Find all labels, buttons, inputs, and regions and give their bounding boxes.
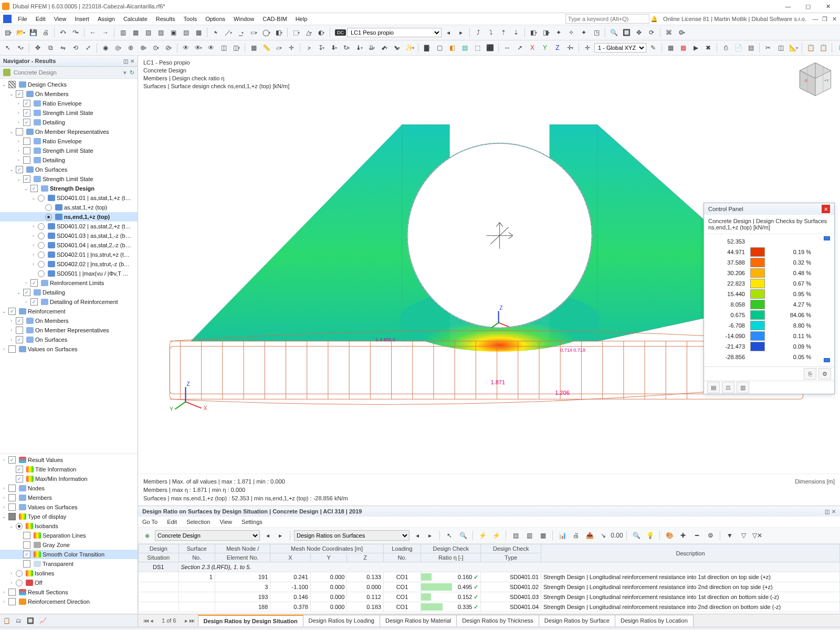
snap4-icon[interactable]: ⊗▾	[138, 42, 149, 54]
tree-ratio-envelope[interactable]: ›Ratio Envelope	[0, 99, 138, 108]
tree-strength-limit-m[interactable]: ›Strength Limit State	[0, 108, 138, 118]
tree-sd0501[interactable]: SD0501 | |max(vu / |Φv,T …	[0, 269, 138, 278]
bell-icon[interactable]: 🔔	[650, 15, 658, 23]
table-row[interactable]: 1930.1460.0000.112CO10.152 ✓SD0401.03Str…	[139, 592, 840, 602]
minimize-button[interactable]: —	[778, 0, 798, 13]
tabs-last-icon[interactable]: ⏭	[189, 617, 195, 624]
hinges-tool-icon[interactable]: ◐▾	[316, 27, 327, 38]
legend-range-slider[interactable]	[824, 236, 830, 362]
tree-on-member-reps[interactable]: ⌄On Member Representatives	[0, 127, 138, 136]
tree-root-designchecks[interactable]: ⌄Design Checks	[0, 80, 138, 89]
th-type[interactable]: Design Check	[481, 544, 541, 553]
scale-tool-icon[interactable]: ⤢	[82, 42, 94, 54]
panel-icon[interactable]: ▣	[167, 27, 179, 38]
units-icon[interactable]: 📏	[260, 42, 272, 54]
script-icon[interactable]: ⚙▾	[676, 27, 687, 38]
mesh-icon[interactable]: ▦	[665, 42, 676, 54]
tree-off[interactable]: ›Off	[0, 578, 138, 587]
gcs-icon[interactable]: ✛	[582, 42, 593, 54]
rp-find-icon[interactable]: 🔍	[631, 530, 642, 541]
tree-on-surfaces[interactable]: ⌄On Surfaces	[0, 165, 138, 174]
display-solid-icon[interactable]: ▇▾	[421, 42, 433, 54]
tree-type-display[interactable]: ⌄Type of display	[0, 512, 138, 521]
load-wizard-icon[interactable]: ✨▾	[404, 42, 415, 54]
menu-view[interactable]: View	[50, 15, 71, 23]
tree-detailing-surf[interactable]: ⌄Detailing	[0, 288, 138, 297]
supports-tool-icon[interactable]: △▾	[303, 27, 314, 38]
rp-menu-edit[interactable]: Edit	[167, 519, 177, 525]
menu-file[interactable]: File	[14, 15, 32, 23]
tree-reinf-members[interactable]: ›On Members	[0, 316, 138, 326]
tree-disp-members[interactable]: ›Members	[0, 493, 138, 502]
tree-sd0401-01[interactable]: ⌄SD0401.01 | as,stat,1,+z (t…	[0, 193, 138, 203]
visibility2-icon[interactable]: 👁▾	[193, 42, 204, 54]
lc-prev-icon[interactable]: ◂	[443, 27, 454, 38]
mirror-icon[interactable]: ⇋	[57, 42, 69, 54]
extend-icon[interactable]: ↗	[514, 42, 526, 54]
imposed-load-icon[interactable]: ⇊▾	[366, 42, 377, 54]
tree-seplines[interactable]: Separation Lines	[0, 531, 138, 540]
export-icon[interactable]: ⎙	[720, 42, 731, 54]
calc-icon[interactable]: ▶	[690, 42, 701, 54]
table-icon[interactable]: ▤	[745, 42, 757, 54]
info-icon[interactable]: ℹ▾	[835, 42, 840, 54]
tabs-prev-icon[interactable]: ◂	[150, 617, 153, 624]
tabs-next-icon[interactable]: ▸	[185, 617, 188, 624]
table-row[interactable]: 3-1.1000.0000.000CO10.495 ✓SD0401.02Stre…	[139, 582, 840, 592]
menu-assign[interactable]: Assign	[93, 15, 119, 23]
close-button[interactable]: ✕	[818, 0, 838, 13]
generate-tool-icon[interactable]: ⬚▾	[290, 27, 302, 38]
tree-disp-nodes[interactable]: ›Nodes	[0, 484, 138, 493]
refresh-icon[interactable]: ↻	[130, 69, 134, 76]
surfaces-tool-icon[interactable]: ▭▾	[248, 27, 259, 38]
results-tab[interactable]: Design Ratios by Design Situation	[198, 615, 303, 626]
rp-highlight-icon[interactable]: 🔍	[457, 530, 469, 541]
visibility3-icon[interactable]: 👁	[205, 42, 217, 54]
nav-results-icon[interactable]: ▨	[155, 27, 166, 38]
rp-next1-icon[interactable]: ▸	[275, 530, 286, 541]
pan-icon[interactable]: ✥	[633, 27, 645, 38]
select-add-icon[interactable]: ↖▾	[15, 42, 26, 54]
rotate-tool-icon[interactable]: ⟲	[70, 42, 81, 54]
rp-chart-icon[interactable]: 📊	[556, 530, 568, 541]
rp-export-icon[interactable]: 📤	[584, 530, 595, 541]
members-tool-icon[interactable]: ⎯▾	[235, 27, 247, 38]
ydir-icon[interactable]: Y	[539, 42, 551, 54]
tree-sd0401-01a[interactable]: as,stat,1,+z (top)	[0, 203, 138, 212]
snap2-icon[interactable]: ◎▾	[112, 42, 124, 54]
tree-isolines[interactable]: ›Isolines	[0, 569, 138, 578]
coord-system-selector[interactable]: 1 - Global XYZ	[594, 43, 646, 52]
legend-settings-button[interactable]: ⚙	[818, 368, 831, 380]
rp-value-icon[interactable]: 0.00	[611, 530, 623, 541]
tree-reinf-surfaces[interactable]: ›On Surfaces	[0, 335, 138, 344]
measure-icon[interactable]: 📐▾	[788, 42, 799, 54]
grid-icon[interactable]: ▦	[248, 42, 259, 54]
results-tab[interactable]: Design Ratios by Material	[380, 615, 457, 626]
maximize-button[interactable]: ▢	[798, 0, 818, 13]
yz-view-icon[interactable]: ✧	[565, 27, 577, 38]
loadcase-selector[interactable]: LC1 Peso propio	[347, 28, 442, 37]
select-icon[interactable]: ↖	[2, 42, 14, 54]
legend-copy-button[interactable]: ⎘	[804, 368, 816, 380]
tree-isobands[interactable]: ⌄Isobands	[0, 521, 138, 531]
tree-sd0401-01b[interactable]: ns,end,1,+z (top)	[0, 212, 138, 222]
copy-icon[interactable]: ⧉	[45, 42, 56, 54]
area-load-icon[interactable]: ⬇▾	[328, 42, 340, 54]
rp-clear-filter-icon[interactable]: ▽✕	[751, 530, 763, 541]
tree-strength-design[interactable]: ⌄Strength Design	[0, 184, 138, 193]
menu-tools[interactable]: Tools	[179, 15, 201, 23]
results-close-icon[interactable]: ✕	[832, 509, 836, 514]
deform-icon[interactable]: ⤴	[472, 27, 484, 38]
rp-plus-icon[interactable]: ✚	[677, 530, 689, 541]
th-meshnode[interactable]: Mesh Node /	[215, 544, 270, 553]
xdir-icon[interactable]: X	[527, 42, 538, 54]
python-icon[interactable]: ⌘	[663, 27, 675, 38]
tree-sls-surfaces[interactable]: ⌄Strength Limit State	[0, 174, 138, 184]
display-wire-icon[interactable]: ▢	[434, 42, 445, 54]
app-menu-icon[interactable]	[3, 15, 12, 23]
snap1-icon[interactable]: ◉	[100, 42, 111, 54]
menu-edit[interactable]: Edit	[32, 15, 50, 23]
tree-on-members[interactable]: ⌄On Members	[0, 89, 138, 99]
line-load-icon[interactable]: ↧▾	[316, 42, 327, 54]
th-meshgrp[interactable]: Mesh Node Coordinates [m]	[270, 544, 384, 553]
